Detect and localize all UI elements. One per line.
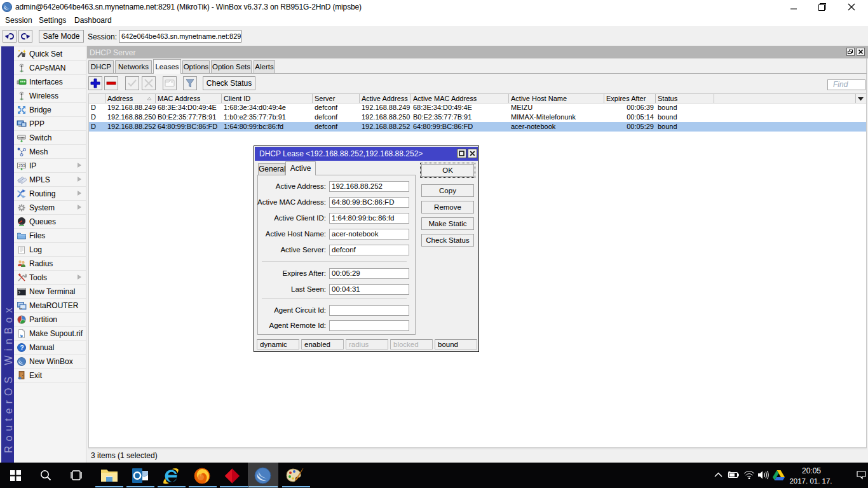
svg-text:?: ? bbox=[20, 344, 24, 351]
svg-text:255: 255 bbox=[18, 163, 25, 168]
